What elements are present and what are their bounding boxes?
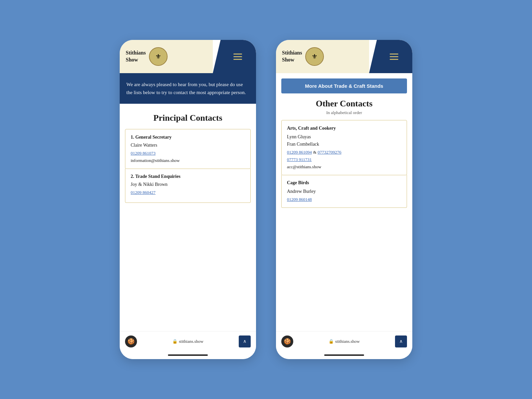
header-left-phone: Stithians Show ⚜ (120, 40, 256, 73)
nav-menu-area-right[interactable] (369, 40, 412, 73)
logo-emblem: ⚜ (155, 53, 161, 61)
person-name-lynn: Lynn Gluyas (287, 134, 401, 140)
principal-contacts-title: Principal Contacts (120, 104, 256, 129)
contact-item-1: 1. General Secretary Claire Watters 0120… (125, 129, 251, 169)
nav-menu-area[interactable] (213, 40, 256, 73)
header-brand-area: Stithians Show ⚜ (120, 40, 213, 73)
phone-frame-right: Stithians Show ⚜ More About Trade & Craf… (276, 40, 412, 359)
scroll-top-button-left[interactable]: ∧ (239, 335, 251, 347)
phone-separator-arts: & (313, 150, 318, 155)
url-bar-left: 🔒 stithians.show (172, 339, 203, 344)
url-bar-right: 🔒 stithians.show (329, 339, 360, 344)
main-content-left: Principal Contacts 1. General Secretary … (120, 104, 256, 331)
hamburger-menu-icon-right[interactable] (390, 54, 398, 60)
site-title-line1-right: Stithians (282, 50, 302, 56)
home-bar-left (168, 354, 208, 356)
contact-1-name: Claire Watters (131, 143, 245, 148)
person-name-fran: Fran Combellack (287, 142, 401, 147)
alphabetical-label: In alphabetical order (276, 110, 412, 115)
contact-2-number: 2. Trade Stand Enquiries (131, 174, 245, 179)
logo-right: ⚜ (305, 47, 324, 66)
intro-banner: We are always pleased to hear from you, … (120, 73, 256, 104)
lock-icon: 🔒 (172, 339, 178, 344)
site-title-line2: Show (126, 57, 138, 63)
phone-group-cage: 01209 860148 (287, 196, 401, 202)
site-title-right: Stithians Show (282, 50, 302, 64)
intro-text: We are always pleased to hear from you, … (126, 82, 246, 95)
person-name-andrew: Andrew Burley (287, 189, 401, 194)
url-text-right: stithians.show (335, 339, 360, 344)
trade-craft-button[interactable]: More About Trade & Craft Stands (281, 78, 407, 93)
logo-emblem-right: ⚜ (312, 53, 318, 61)
phone-frame-left: Stithians Show ⚜ We are always pleased t… (120, 40, 256, 359)
phone-link-arts-3-container: 07773 911731 (287, 156, 401, 162)
site-title-line1: Stithians (126, 50, 146, 56)
scroll-top-button-right[interactable]: ∧ (395, 335, 407, 347)
phone-link-arts-2[interactable]: 07732709276 (318, 150, 341, 155)
home-indicator-right (276, 351, 412, 359)
phone-link-cage-1[interactable]: 01209 860148 (287, 197, 312, 202)
hamburger-menu-icon[interactable] (233, 54, 242, 60)
other-contacts-title: Other Contacts (276, 99, 412, 109)
bottom-bar-left: 🍪 🔒 stithians.show ∧ (120, 331, 256, 351)
category-title-cage: Cage Birds (287, 180, 401, 186)
lock-icon-right: 🔒 (329, 339, 334, 344)
site-title: Stithians Show (126, 50, 146, 64)
header-brand-area-right: Stithians Show ⚜ (276, 40, 369, 73)
header-right-phone: Stithians Show ⚜ (276, 40, 412, 73)
home-bar-right (324, 354, 364, 356)
bottom-bar-right: 🍪 🔒 stithians.show ∧ (276, 331, 412, 351)
phone-group-arts: 01209 861094 & 07732709276 (287, 149, 401, 155)
email-arts: acc@stithians.show (287, 164, 401, 170)
category-card-cage: Cage Birds Andrew Burley 01209 860148 (281, 175, 407, 208)
site-title-line2-right: Show (282, 57, 294, 63)
cookie-icon[interactable]: 🍪 (125, 335, 137, 347)
logo: ⚜ (149, 47, 168, 66)
cookie-icon-right[interactable]: 🍪 (281, 335, 293, 347)
phone-link-arts-1[interactable]: 01209 861094 (287, 150, 312, 155)
contact-2-name: Joy & Nikki Brown (131, 182, 245, 187)
category-title-arts: Arts, Craft and Cookery (287, 126, 401, 131)
category-card-arts: Arts, Craft and Cookery Lynn Gluyas Fran… (281, 120, 407, 175)
url-text-left: stithians.show (179, 339, 203, 344)
home-indicator-left (120, 351, 256, 359)
phone-link-arts-3[interactable]: 07773 911731 (287, 157, 312, 162)
contact-2-phone[interactable]: 01209 860427 (131, 190, 245, 195)
contact-1-phone[interactable]: 01209 861073 (131, 151, 245, 156)
contact-1-email: information@stithians.show (131, 158, 245, 163)
contact-item-2: 2. Trade Stand Enquiries Joy & Nikki Bro… (125, 169, 251, 203)
main-content-right: More About Trade & Craft Stands Other Co… (276, 73, 412, 331)
contact-1-number: 1. General Secretary (131, 135, 245, 140)
